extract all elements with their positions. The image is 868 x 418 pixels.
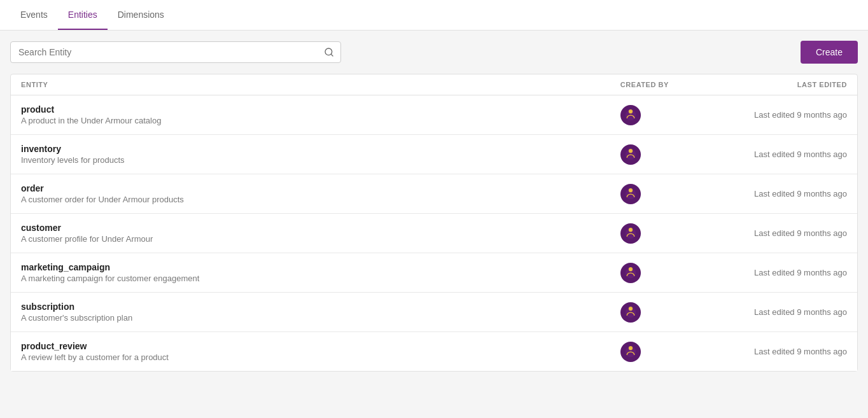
table-header: ENTITY CREATED BY LAST EDITED bbox=[11, 74, 857, 95]
entity-name: subscription bbox=[21, 302, 592, 312]
entity-name: marketing_campaign bbox=[21, 262, 592, 272]
create-button[interactable]: Create bbox=[801, 41, 858, 64]
entity-cell: customer A customer profile for Under Ar… bbox=[21, 223, 592, 244]
tab-entities[interactable]: Entities bbox=[58, 1, 108, 30]
top-nav: Events Entities Dimensions bbox=[0, 0, 868, 31]
last-edited: Last edited 9 months ago bbox=[669, 110, 847, 120]
avatar-cell bbox=[592, 144, 669, 165]
table-row[interactable]: inventory Inventory levels for products … bbox=[11, 135, 857, 174]
svg-point-7 bbox=[629, 189, 632, 192]
entity-name: product_review bbox=[21, 341, 592, 351]
avatar bbox=[620, 263, 641, 283]
avatar-cell bbox=[592, 184, 669, 204]
svg-point-9 bbox=[629, 228, 632, 231]
entity-name: product bbox=[21, 104, 592, 115]
tab-events[interactable]: Events bbox=[10, 1, 58, 30]
entity-name: order bbox=[21, 183, 592, 193]
last-edited: Last edited 9 months ago bbox=[669, 228, 847, 238]
content-area: Create ENTITY CREATED BY LAST EDITED pro… bbox=[0, 31, 868, 372]
table-row[interactable]: customer A customer profile for Under Ar… bbox=[11, 214, 857, 253]
avatar bbox=[620, 144, 641, 165]
table-row[interactable]: product A product in the Under Armour ca… bbox=[11, 95, 857, 135]
table-row[interactable]: subscription A customer's subscription p… bbox=[11, 293, 857, 332]
avatar bbox=[620, 105, 641, 125]
entity-cell: marketing_campaign A marketing campaign … bbox=[21, 262, 592, 283]
avatar bbox=[620, 184, 641, 204]
search-input[interactable] bbox=[10, 41, 341, 63]
entity-desc: A product in the Under Armour catalog bbox=[21, 116, 592, 125]
avatar bbox=[620, 223, 641, 244]
header-created-by: CREATED BY bbox=[592, 81, 669, 88]
entity-desc: A marketing campaign for customer engage… bbox=[21, 274, 592, 283]
avatar bbox=[620, 302, 641, 323]
entity-desc: A customer order for Under Armour produc… bbox=[21, 195, 592, 204]
last-edited: Last edited 9 months ago bbox=[669, 189, 847, 199]
search-button[interactable] bbox=[317, 41, 341, 63]
svg-line-1 bbox=[331, 54, 333, 56]
entity-desc: A review left by a customer for a produc… bbox=[21, 352, 592, 362]
tab-dimensions[interactable]: Dimensions bbox=[108, 1, 174, 30]
entity-name: inventory bbox=[21, 144, 592, 154]
header-last-edited: LAST EDITED bbox=[669, 81, 847, 88]
last-edited: Last edited 9 months ago bbox=[669, 347, 847, 356]
entity-desc: Inventory levels for products bbox=[21, 155, 592, 165]
entity-name: customer bbox=[21, 223, 592, 233]
svg-point-5 bbox=[629, 150, 632, 152]
table-row[interactable]: product_review A review left by a custom… bbox=[11, 332, 857, 371]
header-entity: ENTITY bbox=[21, 81, 592, 88]
avatar-cell bbox=[592, 263, 669, 283]
entity-desc: A customer profile for Under Armour bbox=[21, 234, 592, 244]
avatar-cell bbox=[592, 302, 669, 323]
last-edited: Last edited 9 months ago bbox=[669, 150, 847, 159]
svg-point-11 bbox=[629, 268, 632, 270]
entity-cell: order A customer order for Under Armour … bbox=[21, 183, 592, 204]
avatar-cell bbox=[592, 342, 669, 362]
entity-desc: A customer's subscription plan bbox=[21, 313, 592, 323]
avatar-cell bbox=[592, 105, 669, 125]
avatar bbox=[620, 342, 641, 362]
entity-cell: inventory Inventory levels for products bbox=[21, 144, 592, 165]
search-icon bbox=[324, 47, 334, 57]
svg-point-13 bbox=[629, 307, 632, 310]
table-row[interactable]: marketing_campaign A marketing campaign … bbox=[11, 253, 857, 293]
svg-point-3 bbox=[629, 110, 632, 113]
svg-point-15 bbox=[629, 347, 632, 349]
entity-cell: product A product in the Under Armour ca… bbox=[21, 104, 592, 125]
search-row: Create bbox=[10, 41, 858, 64]
entities-table: ENTITY CREATED BY LAST EDITED product A … bbox=[10, 74, 858, 372]
entity-cell: subscription A customer's subscription p… bbox=[21, 302, 592, 323]
last-edited: Last edited 9 months ago bbox=[669, 268, 847, 277]
table-row[interactable]: order A customer order for Under Armour … bbox=[11, 174, 857, 214]
entity-cell: product_review A review left by a custom… bbox=[21, 341, 592, 362]
last-edited: Last edited 9 months ago bbox=[669, 307, 847, 317]
avatar-cell bbox=[592, 223, 669, 244]
search-wrapper bbox=[10, 41, 341, 63]
